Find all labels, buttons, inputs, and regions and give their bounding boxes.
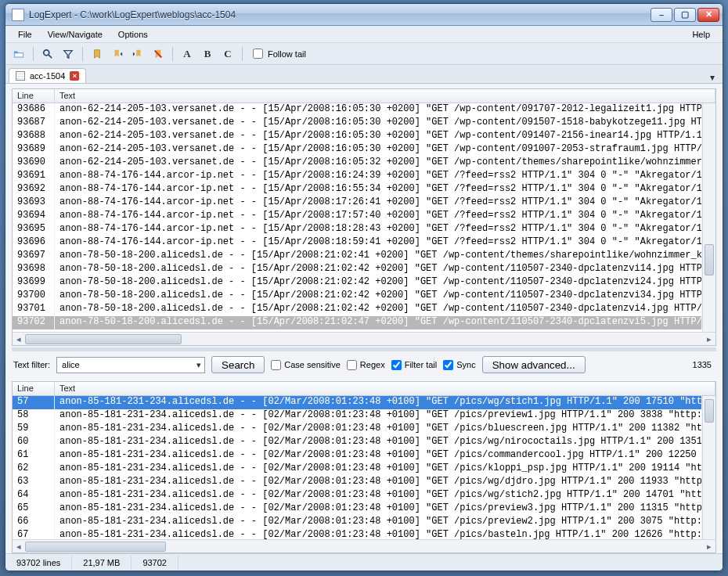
chevron-down-icon[interactable]: ▾ [196, 360, 201, 370]
table-row[interactable]: 58anon-85-181-231-234.alicedsl.de - - [0… [13, 409, 702, 423]
table-row[interactable]: 93692anon-88-74-176-144.arcor-ip.net - -… [13, 183, 702, 196]
table-row[interactable]: 65anon-85-181-231-234.alicedsl.de - - [0… [13, 502, 702, 516]
menu-help[interactable]: Help [686, 28, 716, 41]
main-vscrollbar[interactable] [702, 103, 715, 332]
text-cell: anon-85-181-231-234.alicedsl.de - - [02/… [55, 423, 702, 436]
line-cell: 93693 [13, 196, 55, 210]
table-row[interactable]: 93686anon-62-214-205-103.versanet.de - -… [13, 103, 702, 117]
menu-file[interactable]: File [12, 28, 38, 41]
line-cell: 63 [13, 476, 55, 489]
table-row[interactable]: 93701anon-78-50-18-200.alicedsl.de - - [… [13, 303, 702, 316]
show-advanced-button[interactable]: Show advanced... [482, 356, 586, 373]
filter-hscrollbar[interactable]: ◂▸ [13, 539, 715, 553]
table-row[interactable]: 67anon-85-181-231-234.alicedsl.de - - [0… [13, 529, 702, 539]
maximize-button[interactable]: ▢ [674, 8, 696, 22]
filter-grid-body[interactable]: 57anon-85-181-231-234.alicedsl.de - - [0… [13, 396, 715, 539]
filter-col-line-header[interactable]: Line [13, 382, 55, 395]
table-row[interactable]: 93700anon-78-50-18-200.alicedsl.de - - [… [13, 290, 702, 303]
line-cell: 59 [13, 423, 55, 436]
text-cell: anon-62-214-205-103.versanet.de - - [15/… [55, 103, 702, 117]
main-hscrollbar[interactable]: ◂▸ [13, 332, 715, 345]
text-cell: anon-88-74-176-144.arcor-ip.net - - [15/… [55, 223, 702, 236]
line-cell: 93686 [13, 103, 55, 117]
main-log-grid: Line Text 93686anon-62-214-205-103.versa… [12, 88, 716, 346]
table-row[interactable]: 93693anon-88-74-176-144.arcor-ip.net - -… [13, 196, 702, 210]
highlight-c-button[interactable]: C [219, 45, 236, 63]
table-row[interactable]: 93694anon-88-74-176-144.arcor-ip.net - -… [13, 210, 702, 223]
table-row[interactable]: 93699anon-78-50-18-200.alicedsl.de - - [… [13, 276, 702, 290]
titlebar[interactable]: LogExpert - C:\work\LogExpert\weblogs\ac… [5, 4, 723, 26]
filter-icon[interactable] [59, 45, 77, 63]
bookmark-icon[interactable] [88, 45, 106, 63]
line-cell: 93696 [13, 236, 55, 250]
text-cell: anon-88-74-176-144.arcor-ip.net - - [15/… [55, 183, 702, 196]
filter-combobox[interactable]: ▾ [56, 357, 205, 373]
regex-toggle[interactable]: Regex [347, 360, 385, 370]
table-row[interactable]: 93695anon-88-74-176-144.arcor-ip.net - -… [13, 223, 702, 236]
bookmark-prev-icon[interactable] [109, 45, 126, 63]
filter-vscrollbar[interactable] [702, 396, 715, 539]
table-row[interactable]: 93689anon-62-214-205-103.versanet.de - -… [13, 143, 702, 157]
bookmark-remove-icon[interactable] [150, 45, 167, 63]
status-lines: 93702 lines [5, 556, 72, 570]
table-row[interactable]: 62anon-85-181-231-234.alicedsl.de - - [0… [13, 463, 702, 476]
menu-options[interactable]: Options [112, 28, 154, 41]
line-cell: 67 [13, 529, 55, 539]
filter-grid-header: Line Text [13, 382, 715, 396]
text-filter-label: Text filter: [13, 360, 50, 369]
main-grid-body[interactable]: 93686anon-62-214-205-103.versanet.de - -… [13, 103, 715, 332]
table-row[interactable]: 93702anon-78-50-18-200.alicedsl.de - - [… [13, 316, 702, 329]
highlight-a-button[interactable]: A [178, 45, 196, 63]
table-row[interactable]: 63anon-85-181-231-234.alicedsl.de - - [0… [13, 476, 702, 489]
follow-tail-label: Follow tail [268, 49, 306, 59]
line-cell: 93698 [13, 263, 55, 276]
text-cell: anon-88-74-176-144.arcor-ip.net - - [15/… [55, 170, 702, 183]
tab-acc-1504[interactable]: acc-1504 × [9, 68, 86, 83]
table-row[interactable]: 93697anon-78-50-18-200.alicedsl.de - - [… [13, 250, 702, 263]
bookmark-next-icon[interactable] [129, 45, 146, 63]
table-row[interactable]: 93696anon-88-74-176-144.arcor-ip.net - -… [13, 236, 702, 250]
table-row[interactable]: 93698anon-78-50-18-200.alicedsl.de - - [… [13, 263, 702, 276]
table-row[interactable]: 93690anon-62-214-205-103.versanet.de - -… [13, 157, 702, 170]
table-row[interactable]: 64anon-85-181-231-234.alicedsl.de - - [0… [13, 489, 702, 502]
window-title: LogExpert - C:\work\LogExpert\weblogs\ac… [29, 9, 651, 20]
tab-overflow-icon[interactable]: ▾ [705, 72, 719, 83]
search-button[interactable]: Search [211, 356, 265, 373]
col-line-header[interactable]: Line [13, 89, 55, 103]
follow-tail-toggle[interactable]: Follow tail [248, 49, 311, 59]
line-cell: 64 [13, 489, 55, 502]
minimize-button[interactable]: – [651, 8, 672, 22]
open-icon[interactable] [10, 45, 27, 63]
table-row[interactable]: 61anon-85-181-231-234.alicedsl.de - - [0… [13, 449, 702, 463]
table-row[interactable]: 93688anon-62-214-205-103.versanet.de - -… [13, 130, 702, 143]
highlight-b-button[interactable]: B [199, 45, 216, 63]
table-row[interactable]: 59anon-85-181-231-234.alicedsl.de - - [0… [13, 423, 702, 436]
filter-input[interactable] [60, 359, 196, 370]
text-cell: anon-78-50-18-200.alicedsl.de - - [15/Ap… [55, 250, 702, 263]
menu-view[interactable]: View/Navigate [41, 28, 109, 41]
search-icon[interactable] [39, 45, 56, 63]
table-row[interactable]: 93687anon-62-214-205-103.versanet.de - -… [13, 117, 702, 130]
line-cell: 60 [13, 436, 55, 449]
text-cell: anon-85-181-231-234.alicedsl.de - - [02/… [55, 476, 702, 489]
app-icon [12, 9, 24, 21]
line-cell: 62 [13, 463, 55, 476]
table-row[interactable]: 66anon-85-181-231-234.alicedsl.de - - [0… [13, 516, 702, 529]
filter-col-text-header[interactable]: Text [55, 382, 715, 395]
text-cell: anon-85-181-231-234.alicedsl.de - - [02/… [55, 502, 702, 516]
close-button[interactable]: ✕ [697, 8, 719, 22]
follow-tail-checkbox[interactable] [253, 49, 263, 59]
table-row[interactable]: 60anon-85-181-231-234.alicedsl.de - - [0… [13, 436, 702, 449]
text-cell: anon-85-181-231-234.alicedsl.de - - [02/… [55, 396, 702, 409]
text-cell: anon-78-50-18-200.alicedsl.de - - [15/Ap… [55, 303, 702, 316]
line-cell: 93700 [13, 290, 55, 303]
case-sensitive-toggle[interactable]: Case sensitive [271, 360, 341, 370]
col-text-header[interactable]: Text [55, 89, 715, 103]
table-row[interactable]: 57anon-85-181-231-234.alicedsl.de - - [0… [13, 396, 702, 409]
table-row[interactable]: 93691anon-88-74-176-144.arcor-ip.net - -… [13, 170, 702, 183]
line-cell: 93701 [13, 303, 55, 316]
line-cell: 93690 [13, 157, 55, 170]
tab-close-icon[interactable]: × [70, 71, 79, 81]
sync-toggle[interactable]: Sync [443, 360, 475, 370]
filter-tail-toggle[interactable]: Filter tail [391, 360, 438, 370]
